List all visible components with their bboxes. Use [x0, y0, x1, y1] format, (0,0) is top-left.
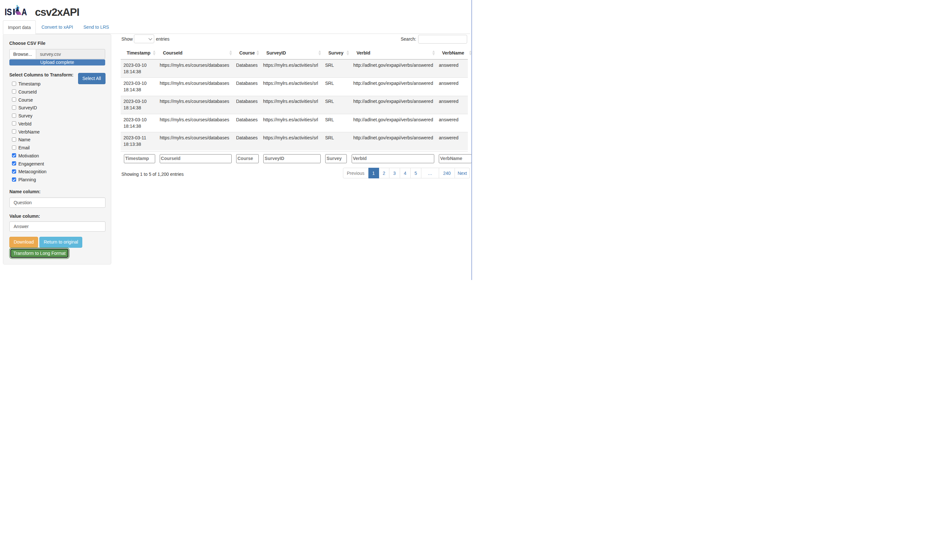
svg-text:IS: IS: [5, 7, 12, 16]
svg-text:A: A: [22, 7, 27, 16]
